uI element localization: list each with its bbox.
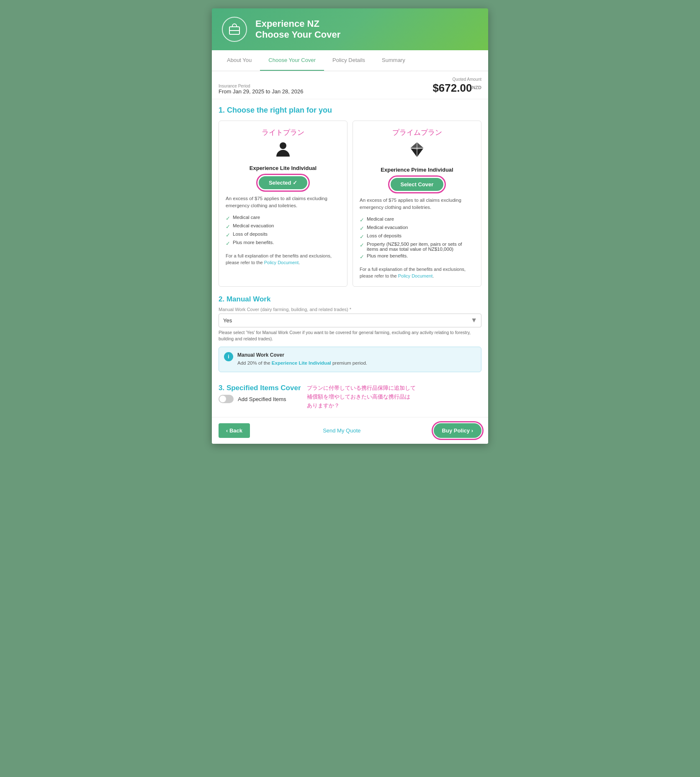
list-item: ✓Medical care xyxy=(226,214,340,222)
svg-point-2 xyxy=(280,142,286,149)
plan-prime-label-jp: プライムプラン xyxy=(360,128,474,137)
info-content: Manual Work Cover Add 20% of the Experie… xyxy=(237,352,367,367)
plan-prime-desc: An excess of $75 applies to all claims e… xyxy=(360,197,474,211)
quote-amount: $672.00 xyxy=(432,82,472,94)
check-icon: ✓ xyxy=(360,217,364,223)
plan-lite-desc: An excess of $75 applies to all claims e… xyxy=(226,195,340,210)
list-item: ✓Loss of deposits xyxy=(360,232,474,241)
section3-left: 3. Specified Items Cover Add Specified I… xyxy=(219,384,301,403)
manual-work-field-label: Manual Work Cover (dairy farming, buildi… xyxy=(219,307,481,312)
plan-lite-icon xyxy=(226,141,340,161)
section3: 3. Specified Items Cover Add Specified I… xyxy=(219,379,481,410)
policy-doc-link-lite[interactable]: Policy Document xyxy=(264,260,299,265)
info-highlight: Experience Lite Individual xyxy=(272,360,331,365)
check-icon: ✓ xyxy=(360,225,364,232)
policy-doc-link-prime[interactable]: Policy Document xyxy=(398,273,433,278)
list-item: ✓Medical evacuation xyxy=(226,222,340,231)
quote-label: Quoted Amount xyxy=(432,77,481,82)
period-bar: Insurance Period From Jan 29, 2025 to Ja… xyxy=(212,71,488,99)
plan-lite-btn-wrapper: Selected ✓ xyxy=(226,176,340,189)
plan-prime-btn-wrapper: Select Cover xyxy=(360,178,474,191)
header: Experience NZ Choose Your Cover xyxy=(212,8,488,50)
plan-lite-label-jp: ライトプラン xyxy=(226,128,340,137)
section2-heading: 2. Manual Work xyxy=(219,295,481,304)
list-item: ✓Plus more benefits. xyxy=(226,239,340,247)
info-text: Add 20% of the Experience Lite Individua… xyxy=(237,360,367,367)
quote-amount-row: $672.00NZD xyxy=(432,82,481,95)
list-item: ✓Property (NZ$2,500 per item, pairs or s… xyxy=(360,241,474,252)
check-icon: ✓ xyxy=(226,224,230,230)
check-icon: ✓ xyxy=(360,254,364,260)
list-item: ✓Plus more benefits. xyxy=(360,252,474,261)
plan-prime-icon xyxy=(360,141,474,162)
plan-lite-select-button[interactable]: Selected ✓ xyxy=(259,176,307,189)
section1-heading: 1. Choose the right plan for you xyxy=(219,106,481,115)
buy-policy-button[interactable]: Buy Policy › xyxy=(434,423,481,438)
tabs-bar: About You Choose Your Cover Policy Detai… xyxy=(212,50,488,71)
manual-work-select[interactable]: Yes No xyxy=(219,314,481,327)
check-icon: ✓ xyxy=(226,215,230,221)
toggle-label: Add Specified Items xyxy=(238,396,286,402)
toggle-row: Add Specified Items xyxy=(219,395,301,403)
manual-work-info-box: i Manual Work Cover Add 20% of the Exper… xyxy=(219,347,481,372)
plan-prime-features: ✓Medical care ✓Medical evacuation ✓Loss … xyxy=(360,216,474,261)
section3-heading: 3. Specified Items Cover xyxy=(219,384,301,392)
back-button[interactable]: ‹ Back xyxy=(219,423,250,438)
header-title2: Choose Your Cover xyxy=(255,29,340,40)
specified-items-toggle[interactable] xyxy=(219,395,234,403)
plan-lite-name: Experience Lite Individual xyxy=(226,165,340,171)
plan-prime-name: Experience Prime Individual xyxy=(360,167,474,173)
plan-lite-features: ✓Medical care ✓Medical evacuation ✓Loss … xyxy=(226,214,340,247)
plan-prime-policy: For a full explanation of the benefits a… xyxy=(360,266,474,280)
list-item: ✓Medical evacuation xyxy=(360,224,474,232)
period-label: Insurance Period xyxy=(219,84,303,88)
footer: ‹ Back Send My Quote Buy Policy › xyxy=(212,417,488,444)
tab-choose-cover[interactable]: Choose Your Cover xyxy=(260,50,324,71)
check-icon: ✓ xyxy=(360,242,364,248)
page-container: Experience NZ Choose Your Cover About Yo… xyxy=(212,8,488,444)
list-item: ✓Loss of deposits xyxy=(226,231,340,239)
manual-work-select-wrapper: Yes No ▼ xyxy=(219,314,481,327)
section2: 2. Manual Work Manual Work Cover (dairy … xyxy=(219,295,481,373)
check-icon: ✓ xyxy=(226,232,230,238)
period-value: From Jan 29, 2025 to Jan 28, 2026 xyxy=(219,88,303,95)
quote-section: Quoted Amount $672.00NZD xyxy=(432,77,481,95)
body: 1. Choose the right plan for you ライトプラン … xyxy=(212,99,488,417)
plan-cards: ライトプラン Experience Lite Individual Select… xyxy=(219,121,481,287)
tab-summary[interactable]: Summary xyxy=(373,50,414,71)
send-quote-button[interactable]: Send My Quote xyxy=(323,427,360,434)
tab-policy-details[interactable]: Policy Details xyxy=(324,50,373,71)
header-title1: Experience NZ xyxy=(255,18,340,29)
plan-card-prime: プライムプラン Experience Prime Indiv xyxy=(353,121,481,287)
list-item: ✓Medical care xyxy=(360,216,474,224)
period-section: Insurance Period From Jan 29, 2025 to Ja… xyxy=(219,84,303,95)
quote-currency: NZD xyxy=(472,85,481,90)
check-icon: ✓ xyxy=(360,234,364,240)
check-icon: ✓ xyxy=(226,240,230,247)
section3-annotation: プランに付帯している携行品保障に追加して補償額を増やしておきたい高価な携行品はあ… xyxy=(307,384,416,410)
brand-icon xyxy=(222,17,247,42)
plan-lite-policy: For a full explanation of the benefits a… xyxy=(226,252,340,266)
plan-card-lite: ライトプラン Experience Lite Individual Select… xyxy=(219,121,347,287)
plan-prime-select-button[interactable]: Select Cover xyxy=(391,178,444,191)
section1: 1. Choose the right plan for you ライトプラン … xyxy=(219,106,481,287)
manual-work-hint: Please select 'Yes' for Manual Work Cove… xyxy=(219,329,481,343)
main-content: About You Choose Your Cover Policy Detai… xyxy=(212,50,488,444)
tab-about-you[interactable]: About You xyxy=(219,50,260,71)
header-text: Experience NZ Choose Your Cover xyxy=(255,18,340,40)
info-icon: i xyxy=(224,352,233,361)
info-title: Manual Work Cover xyxy=(237,352,367,358)
